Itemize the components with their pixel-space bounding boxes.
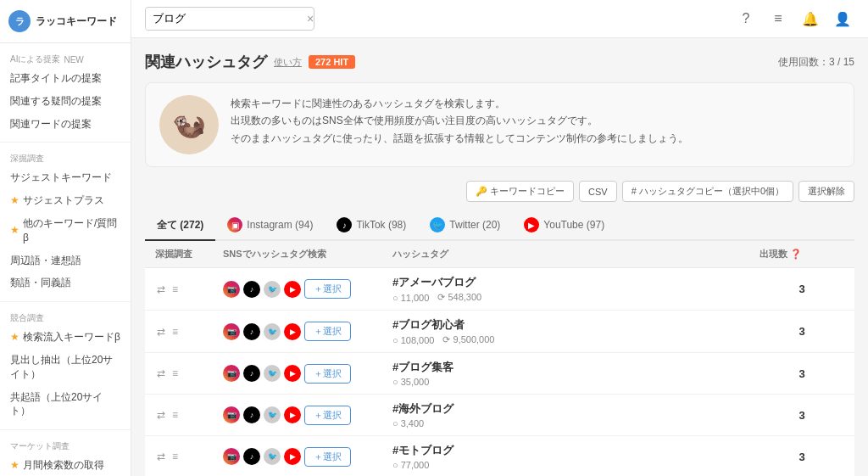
tiktok-search-icon[interactable]: ♪ (243, 323, 260, 340)
row-menu-icon[interactable]: ≡ (170, 324, 180, 339)
tiktok-search-icon[interactable]: ♪ (243, 406, 260, 423)
sidebar-item-類語[interactable]: 類語・同義語 (0, 272, 131, 294)
twitter-search-icon[interactable]: 🐦 (264, 323, 281, 340)
sns-icons-col: 📷 ♪ 🐦 ▶ ＋選択 (223, 322, 392, 341)
sidebar-item-monthly-search[interactable]: ★月間検索数の取得 (0, 454, 131, 476)
row-retweet-icon[interactable]: ⇄ (155, 449, 167, 464)
tabs-row: 全て (272) ▣ Instagram (94) ♪ TikTok (98) … (145, 210, 854, 241)
tiktok-search-icon[interactable]: ♪ (243, 365, 260, 382)
sidebar-item-周辺語[interactable]: 周辺語・連想語 (0, 249, 131, 272)
search-clear-button[interactable]: × (302, 8, 314, 29)
tab-tiktok[interactable]: ♪ TikTok (98) (325, 210, 418, 241)
content-area: 関連ハッシュタグ 使い方 272 HIT 使用回数：3 / 15 🦦 検索キーワ… (131, 38, 868, 476)
row-menu-icon[interactable]: ≡ (170, 449, 180, 464)
main-area: × 🔍 ? ≡ 🔔 👤 関連ハッシュタグ 使い方 272 HIT 使用回数：3 … (131, 0, 868, 476)
tab-instagram[interactable]: ▣ Instagram (94) (215, 210, 325, 241)
stat-instagram: ○ 108,000 (392, 334, 434, 345)
row-menu-icon[interactable]: ≡ (170, 366, 180, 381)
sidebar-item-見出し抽出[interactable]: 見出し抽出（上位20サイト） (0, 349, 131, 386)
twitter-search-icon[interactable]: 🐦 (264, 406, 281, 423)
count-cell: 3 (760, 325, 844, 338)
instagram-search-icon[interactable]: 📷 (223, 448, 240, 465)
stat-tiktok: ⟳ 548,300 (437, 292, 481, 303)
hashtag-table: 深掘調査 SNSでハッシュタグ検索 ハッシュタグ 出現数 ❓ ⇄ ≡ 📷 ♪ 🐦… (145, 241, 854, 476)
youtube-search-icon[interactable]: ▶ (284, 281, 301, 298)
csv-button[interactable]: CSV (579, 181, 617, 202)
row-retweet-icon[interactable]: ⇄ (155, 366, 167, 381)
sidebar-item-article-title[interactable]: 記事タイトルの提案 (0, 67, 131, 90)
sidebar-item-suggest-keyword[interactable]: サジェストキーワード (0, 166, 131, 189)
instagram-search-icon[interactable]: 📷 (223, 365, 240, 382)
twitter-search-icon[interactable]: 🐦 (264, 365, 281, 382)
sidebar-item-related-words[interactable]: 関連ワードの提案 (0, 113, 131, 136)
select-button[interactable]: ＋選択 (304, 279, 351, 299)
table-header: 深掘調査 SNSでハッシュタグ検索 ハッシュタグ 出現数 ❓ (145, 241, 854, 268)
sidebar-item-questions[interactable]: 関連する疑問の提案 (0, 90, 131, 113)
hashtag-name: #ブログ集客 (392, 360, 760, 375)
hashtag-stats: ○ 35,000 (392, 377, 760, 387)
col-hashtag: ハッシュタグ (392, 248, 760, 260)
mascot-image: 🦦 (159, 95, 219, 154)
stat-instagram: ○ 3,400 (392, 418, 424, 428)
youtube-search-icon[interactable]: ▶ (284, 323, 301, 340)
twitter-search-icon[interactable]: 🐦 (264, 448, 281, 465)
sidebar-item-search-input-keyword[interactable]: ★検索流入キーワードβ (0, 326, 131, 349)
tiktok-search-icon[interactable]: ♪ (243, 281, 260, 298)
info-line-1: 検索キーワードに関連性のあるハッシュタグを検索します。 (231, 95, 688, 112)
keyword-copy-button[interactable]: 🔑 キーワードコピー (466, 181, 574, 202)
youtube-search-icon[interactable]: ▶ (284, 448, 301, 465)
stat-tiktok: ⟳ 9,500,000 (442, 334, 494, 345)
row-menu-icon[interactable]: ≡ (170, 282, 180, 297)
search-box: × 🔍 (145, 7, 314, 31)
menu-icon[interactable]: ≡ (766, 7, 790, 31)
row-menu-icon[interactable]: ≡ (170, 407, 180, 423)
select-button[interactable]: ＋選択 (304, 447, 351, 467)
sidebar-item-共起語[interactable]: 共起語（上位20サイト） (0, 386, 131, 423)
tab-youtube[interactable]: ▶ YouTube (97) (512, 210, 616, 241)
hashtag-stats: ○ 11,000 ⟳ 548,300 (392, 292, 760, 303)
hit-badge: 272 HIT (309, 55, 355, 69)
table-row: ⇄ ≡ 📷 ♪ 🐦 ▶ ＋選択 #アメーバブログ ○ 11,000 ⟳ 548,… (145, 268, 854, 311)
row-retweet-icon[interactable]: ⇄ (155, 324, 167, 339)
page-title-row: 関連ハッシュタグ 使い方 272 HIT 使用回数：3 / 15 (145, 52, 854, 72)
usage-link[interactable]: 使い方 (274, 56, 302, 69)
hashtag-name: #モトブログ (392, 443, 760, 458)
stat-instagram: ○ 35,000 (392, 377, 429, 387)
header: × 🔍 ? ≡ 🔔 👤 (131, 0, 868, 38)
hashtag-cell: #アメーバブログ ○ 11,000 ⟳ 548,300 (392, 275, 760, 303)
hashtag-cell: #海外ブログ ○ 3,400 (392, 401, 760, 428)
instagram-search-icon[interactable]: 📷 (223, 281, 240, 298)
tab-twitter[interactable]: 🐦 Twitter (20) (418, 210, 512, 241)
search-input[interactable] (146, 8, 302, 30)
info-box: 🦦 検索キーワードに関連性のあるハッシュタグを検索します。 出現数の多いものはS… (145, 82, 854, 167)
twitter-search-icon[interactable]: 🐦 (264, 281, 281, 298)
notification-icon[interactable]: 🔔 (798, 7, 822, 31)
sidebar-item-other-keyword[interactable]: ★他のキーワード/質問β (0, 212, 131, 249)
tab-all[interactable]: 全て (272) (145, 211, 215, 241)
select-button[interactable]: ＋選択 (304, 406, 351, 425)
youtube-search-icon[interactable]: ▶ (284, 365, 301, 382)
user-icon[interactable]: 👤 (831, 7, 854, 31)
help-icon[interactable]: ? (734, 7, 758, 31)
section-label-ai: AIによる提案 NEW (0, 50, 131, 67)
sidebar-item-suggest-plus[interactable]: ★サジェストプラス (0, 189, 131, 212)
hashtag-stats: ○ 77,000 (392, 460, 760, 470)
select-button[interactable]: ＋選択 (304, 322, 351, 341)
row-actions: ⇄ ≡ (155, 449, 223, 464)
row-actions: ⇄ ≡ (155, 282, 223, 297)
deselect-button[interactable]: 選択解除 (798, 181, 854, 202)
row-retweet-icon[interactable]: ⇄ (155, 282, 167, 297)
instagram-search-icon[interactable]: 📷 (223, 323, 240, 340)
instagram-search-icon[interactable]: 📷 (223, 406, 240, 423)
section-label-deep: 深掘調査 (0, 149, 131, 166)
youtube-search-icon[interactable]: ▶ (284, 406, 301, 423)
tiktok-search-icon[interactable]: ♪ (243, 448, 260, 465)
select-button[interactable]: ＋選択 (304, 364, 351, 384)
instagram-icon: ▣ (227, 217, 242, 232)
count-cell: 3 (760, 367, 844, 380)
logo-text: ラッコキーワード (36, 14, 117, 29)
section-label-market: マーケット調査 (0, 437, 131, 454)
hashtag-copy-button[interactable]: # ハッシュタグコピー（選択中0個） (622, 181, 793, 202)
row-retweet-icon[interactable]: ⇄ (155, 407, 167, 423)
sns-icons-col: 📷 ♪ 🐦 ▶ ＋選択 (223, 279, 392, 299)
